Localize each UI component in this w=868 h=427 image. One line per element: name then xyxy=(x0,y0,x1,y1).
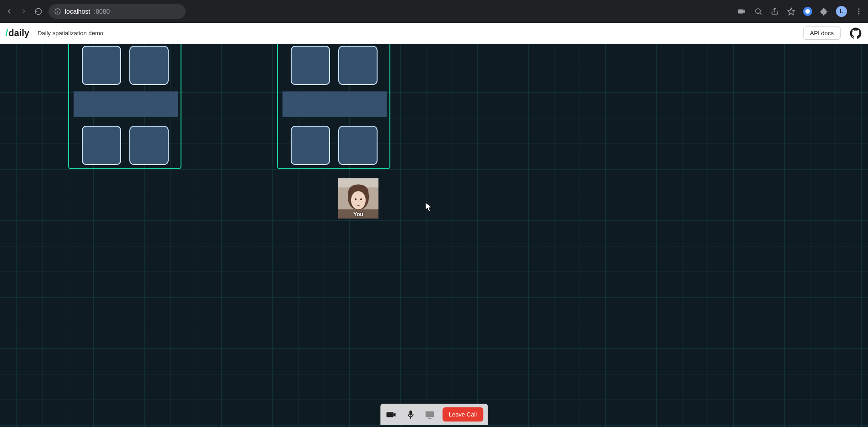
extensions-icon[interactable] xyxy=(820,7,829,16)
seat[interactable] xyxy=(338,46,378,85)
seat[interactable] xyxy=(129,46,169,85)
participant-local[interactable]: You xyxy=(338,178,378,219)
mouse-cursor-icon xyxy=(425,202,432,212)
svg-marker-6 xyxy=(788,8,795,15)
toggle-mic-button[interactable] xyxy=(404,408,417,421)
svg-point-15 xyxy=(351,191,366,209)
zone-1[interactable] xyxy=(68,44,181,169)
zone-table xyxy=(74,91,178,117)
share-icon[interactable] xyxy=(770,7,779,16)
logo-text: daily xyxy=(9,28,30,38)
address-bar[interactable]: localhost:8080 xyxy=(48,4,186,19)
zone-table xyxy=(282,91,387,117)
zone-2[interactable] xyxy=(277,44,390,169)
github-icon xyxy=(850,27,862,39)
svg-point-3 xyxy=(756,9,761,14)
video-present-icon[interactable] xyxy=(737,7,746,16)
browser-chrome: localhost:8080 L xyxy=(0,0,868,23)
site-info-icon[interactable] xyxy=(54,8,61,15)
leave-call-button[interactable]: Leave Call xyxy=(442,407,483,422)
microphone-icon xyxy=(405,410,415,420)
camera-icon xyxy=(386,410,396,420)
url-port: :8080 xyxy=(94,8,110,15)
toggle-camera-button[interactable] xyxy=(385,408,398,421)
svg-point-17 xyxy=(360,198,362,200)
participant-label: You xyxy=(338,211,378,218)
api-docs-button[interactable]: API docs xyxy=(803,27,841,40)
github-link[interactable] xyxy=(849,27,863,40)
chrome-actions: L xyxy=(737,6,863,17)
screenshare-icon xyxy=(425,410,435,420)
svg-line-4 xyxy=(760,13,761,15)
star-icon[interactable] xyxy=(787,7,796,16)
call-toolbar: Leave Call xyxy=(380,404,488,425)
seat[interactable] xyxy=(291,126,330,165)
svg-point-16 xyxy=(355,198,357,200)
seat[interactable] xyxy=(338,126,378,165)
logo-slash-icon: / xyxy=(5,28,8,38)
svg-rect-19 xyxy=(426,411,434,417)
page-title: Daily spatialization demo xyxy=(37,30,103,37)
seat[interactable] xyxy=(82,126,121,165)
reload-button[interactable] xyxy=(34,7,43,16)
toggle-screenshare-button[interactable] xyxy=(423,408,436,421)
forward-button[interactable] xyxy=(19,7,28,16)
seat[interactable] xyxy=(82,46,121,85)
spatial-world[interactable]: You Leave Call xyxy=(0,44,868,427)
zoom-icon[interactable] xyxy=(754,7,763,16)
svg-point-10 xyxy=(858,13,860,15)
profile-avatar[interactable]: L xyxy=(836,6,847,17)
seat[interactable] xyxy=(129,126,169,165)
svg-rect-20 xyxy=(428,418,431,419)
app-header: /daily Daily spatialization demo API doc… xyxy=(0,23,868,44)
back-button[interactable] xyxy=(5,7,14,16)
seat[interactable] xyxy=(291,46,330,85)
url-host: localhost xyxy=(65,8,90,15)
svg-point-9 xyxy=(858,11,860,12)
daily-logo: /daily xyxy=(5,28,29,38)
svg-rect-18 xyxy=(410,417,411,419)
kebab-menu-icon[interactable] xyxy=(854,7,863,16)
svg-point-7 xyxy=(805,9,810,14)
svg-point-8 xyxy=(858,8,860,10)
extension-badge-icon[interactable] xyxy=(803,7,812,16)
